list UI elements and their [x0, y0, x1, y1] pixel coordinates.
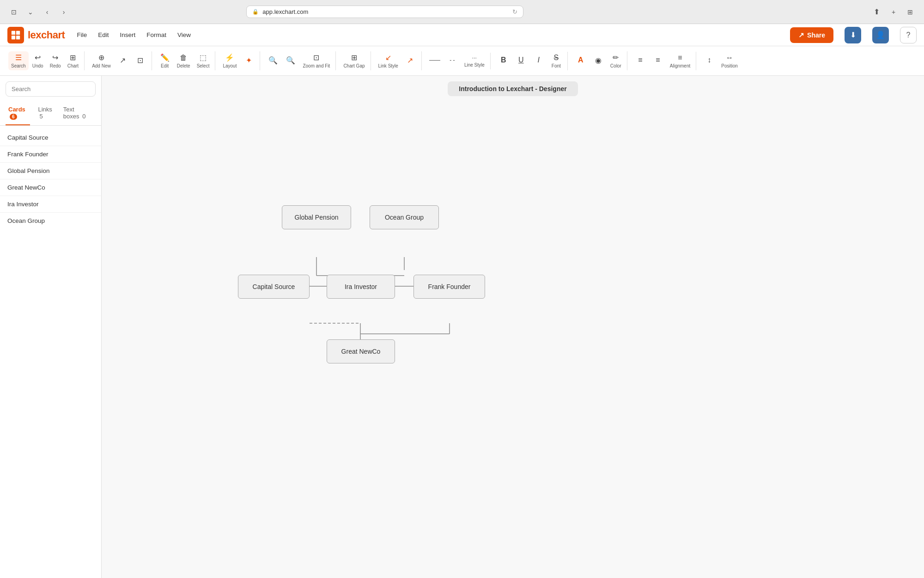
edit-button[interactable]: ✏️ Edit	[157, 51, 173, 70]
browser-share-button[interactable]: ⬆	[870, 6, 883, 18]
align-center-button[interactable]: ≡	[650, 54, 666, 68]
chart-gap-icon: ⊞	[351, 53, 357, 62]
forward-button[interactable]: ›	[57, 6, 70, 18]
stroke-color-button[interactable]: ✏ Color	[608, 51, 624, 70]
menu-insert[interactable]: Insert	[119, 30, 136, 40]
node-ira-investor[interactable]: Ira Investor	[327, 275, 395, 299]
menu-file[interactable]: File	[76, 30, 88, 40]
canvas-title-bar: Introduction to Lexchart - Designer	[102, 76, 924, 102]
node-global-pension[interactable]: Global Pension	[282, 205, 351, 229]
underline-button[interactable]: U	[513, 54, 529, 68]
line-dashed-icon: - -	[450, 57, 455, 63]
align-left-icon: ≡	[638, 56, 642, 64]
download-button[interactable]: ⬇	[845, 27, 861, 43]
zoom-in-button[interactable]: 🔍	[282, 54, 299, 68]
sidebar-item-capital-source[interactable]: Capital Source	[0, 129, 101, 146]
node-capital-source[interactable]: Capital Source	[238, 275, 310, 299]
back-button[interactable]: ‹	[41, 6, 54, 18]
menu-items: File Edit Insert Format View	[76, 30, 192, 40]
layout-label: Layout	[223, 63, 237, 68]
connect-button[interactable]: ↗	[115, 54, 131, 68]
strikethrough-button[interactable]: S Font	[548, 52, 565, 70]
area-select-button[interactable]: ⊡	[132, 54, 149, 68]
sidebar-item-ira-investor[interactable]: Ira Investor	[0, 196, 101, 213]
menu-view[interactable]: View	[176, 30, 192, 40]
undo-button[interactable]: ↩ Undo	[30, 51, 46, 70]
search-toolbar-label: Search	[11, 63, 26, 68]
layout2-button[interactable]: ✦	[240, 54, 257, 68]
redo-button[interactable]: ↪ Redo	[47, 51, 64, 70]
zoom-fit-button[interactable]: ⊡ Zoom and Fit	[300, 51, 333, 70]
chart-label: Chart	[67, 63, 79, 68]
stroke-color-icon: ✏	[613, 53, 619, 62]
strikethrough-icon: S	[553, 54, 559, 62]
stroke-color-label: Color	[610, 63, 621, 68]
search-toolbar-icon: ☰	[15, 53, 22, 62]
select-button[interactable]: ⬚ Select	[194, 51, 213, 70]
logo-svg	[11, 30, 21, 40]
font-color-button[interactable]: A	[572, 54, 589, 68]
line-dotted-icon: ···	[472, 55, 477, 61]
url-text: app.lexchart.com	[262, 8, 308, 15]
align-left-button[interactable]: ≡	[632, 54, 649, 68]
node-great-newco-label: Great NewCo	[341, 348, 381, 355]
link-style-button[interactable]: ↙ Link Style	[376, 51, 401, 70]
tab-cards[interactable]: Cards 6	[6, 102, 30, 125]
bold-button[interactable]: B	[495, 54, 512, 68]
sidebar-item-ocean-group[interactable]: Ocean Group	[0, 213, 101, 229]
align-right-button[interactable]: ≡ Alignment	[667, 52, 693, 70]
sidebar-toggle-button[interactable]: ⊡	[7, 6, 20, 18]
delete-icon: 🗑	[180, 54, 187, 62]
zoom-in-icon: 🔍	[286, 56, 295, 65]
node-frank-founder[interactable]: Frank Founder	[413, 275, 485, 299]
canvas-area[interactable]: Introduction to Lexchart - Designer	[102, 76, 924, 578]
align-right-icon: ≡	[678, 54, 682, 62]
link-style2-button[interactable]: ↗	[402, 54, 419, 68]
sidebar: Cards 6 Links 5 Text boxes 0 Capital Sou…	[0, 76, 102, 578]
chart-gap-button[interactable]: ⊞ Chart Gap	[340, 51, 367, 70]
line-solid-button[interactable]: ——	[426, 55, 443, 67]
fill-color-button[interactable]: ◉	[590, 54, 607, 68]
tab-textboxes[interactable]: Text boxes 0	[61, 102, 90, 125]
reload-icon[interactable]: ↻	[512, 8, 517, 15]
menu-edit[interactable]: Edit	[97, 30, 109, 40]
menu-format[interactable]: Format	[146, 30, 167, 40]
search-toolbar-button[interactable]: ☰ Search	[8, 51, 29, 70]
add-new-button[interactable]: ⊕ Add New	[89, 51, 114, 70]
new-tab-button[interactable]: +	[887, 6, 900, 18]
browser-chrome: ⊡ ⌄ ‹ › 🔒 app.lexchart.com ↻ ⬆ + ⊞	[0, 0, 924, 24]
toolbar-group-layout: ⚡ Layout ✦	[217, 51, 260, 70]
links-count: 5	[40, 113, 43, 120]
sidebar-item-global-pension[interactable]: Global Pension	[0, 163, 101, 179]
sidebar-item-frank-founder[interactable]: Frank Founder	[0, 146, 101, 163]
layout-icon: ⚡	[225, 53, 234, 62]
search-input[interactable]	[6, 81, 96, 97]
line-dashed-button[interactable]: - -	[444, 55, 461, 67]
line-dotted-button[interactable]: ··· Line Style	[462, 53, 487, 69]
pos-vertical-button[interactable]: ↕	[701, 54, 717, 68]
browser-btn-chevron[interactable]: ⌄	[24, 6, 37, 18]
delete-button[interactable]: 🗑 Delete	[174, 52, 193, 70]
logo-icon	[7, 27, 24, 43]
menu-bar: lexchart File Edit Insert Format View ↗ …	[0, 24, 924, 46]
share-icon: ↗	[798, 31, 804, 39]
zoom-out-button[interactable]: 🔍	[265, 54, 281, 68]
node-great-newco[interactable]: Great NewCo	[327, 339, 395, 363]
logo-text: lexchart	[28, 29, 65, 41]
node-frank-founder-label: Frank Founder	[428, 283, 471, 290]
sidebar-item-great-newco[interactable]: Great NewCo	[0, 179, 101, 196]
chart-gap-label: Chart Gap	[343, 63, 365, 68]
help-button[interactable]: ?	[900, 27, 917, 43]
profile-button[interactable]: 👤	[872, 27, 889, 43]
address-bar[interactable]: 🔒 app.lexchart.com ↻	[246, 6, 523, 18]
chart-button[interactable]: ⊞ Chart	[65, 51, 81, 70]
tabs-button[interactable]: ⊞	[904, 6, 917, 18]
pos-horizontal-label: Position	[721, 63, 738, 68]
layout-button[interactable]: ⚡ Layout	[220, 51, 239, 70]
pos-horizontal-button[interactable]: ↔ Position	[718, 52, 741, 70]
italic-button[interactable]: I	[530, 54, 547, 68]
share-button[interactable]: ↗ Share	[790, 27, 833, 43]
tab-links[interactable]: Links 5	[36, 102, 55, 125]
node-ocean-group[interactable]: Ocean Group	[370, 205, 439, 229]
add-new-icon: ⊕	[98, 53, 104, 62]
